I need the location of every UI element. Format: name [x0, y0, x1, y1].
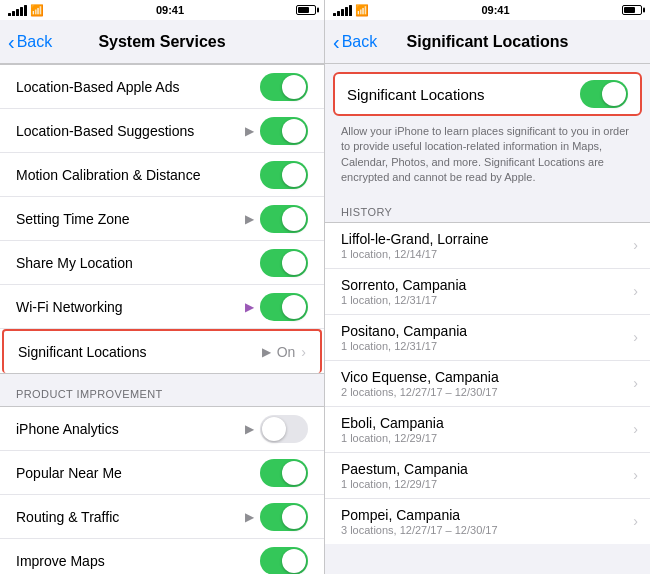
row-right-ads [260, 73, 308, 101]
history-row-3[interactable]: Vico Equense, Campania 2 locations, 12/2… [325, 361, 650, 407]
row-right-routing: ▶ [245, 503, 308, 531]
back-chevron-left: ‹ [8, 32, 15, 52]
history-detail-2: 1 location, 12/31/17 [341, 340, 634, 352]
back-chevron-right: ‹ [333, 32, 340, 52]
history-row-6[interactable]: Pompei, Campania 3 locations, 12/27/17 –… [325, 499, 650, 544]
row-label-wifi: Wi-Fi Networking [16, 299, 245, 315]
row-label-suggestions: Location-Based Suggestions [16, 123, 245, 139]
location-arrow-routing: ▶ [245, 510, 254, 524]
row-share-location[interactable]: Share My Location [0, 241, 324, 285]
row-improve-maps[interactable]: Improve Maps [0, 539, 324, 574]
toggle-improve[interactable] [260, 547, 308, 574]
status-right-left [296, 5, 316, 15]
location-arrow-analytics: ▶ [245, 422, 254, 436]
status-bar-right: 📶 09:41 [325, 0, 650, 20]
row-routing-traffic[interactable]: Routing & Traffic ▶ [0, 495, 324, 539]
row-label-popular: Popular Near Me [16, 465, 260, 481]
nav-title-right: Significant Locations [407, 33, 569, 51]
status-left-right: 📶 [333, 4, 369, 17]
wifi-icon: 📶 [30, 4, 44, 17]
location-arrow-wifi: ▶ [245, 300, 254, 314]
chevron-history-4: › [633, 421, 638, 437]
status-left: 📶 [8, 4, 44, 17]
row-right-timezone: ▶ [245, 205, 308, 233]
wifi-icon-right: 📶 [355, 4, 369, 17]
toggle-motion[interactable] [260, 161, 308, 189]
row-label-improve: Improve Maps [16, 553, 260, 569]
chevron-history-5: › [633, 467, 638, 483]
toggle-suggestions[interactable] [260, 117, 308, 145]
history-name-0: Liffol-le-Grand, Lorraine [341, 231, 634, 247]
toggle-ads[interactable] [260, 73, 308, 101]
chevron-history-0: › [633, 237, 638, 253]
row-right-share [260, 249, 308, 277]
row-significant-locations[interactable]: Significant Locations ▶ On › [2, 329, 322, 373]
history-name-5: Paestum, Campania [341, 461, 634, 477]
row-popular-near-me[interactable]: Popular Near Me [0, 451, 324, 495]
history-row-2[interactable]: Positano, Campania 1 location, 12/31/17 … [325, 315, 650, 361]
chevron-history-3: › [633, 375, 638, 391]
section-product-improvement: PRODUCT IMPROVEMENT [0, 374, 324, 406]
row-label-motion: Motion Calibration & Distance [16, 167, 260, 183]
row-right-popular [260, 459, 308, 487]
main-group-left: Location-Based Apple Ads Location-Based … [0, 64, 324, 374]
nav-bar-left: ‹ Back System Services [0, 20, 324, 64]
toggle-share[interactable] [260, 249, 308, 277]
history-detail-3: 2 locations, 12/27/17 – 12/30/17 [341, 386, 634, 398]
product-group: iPhone Analytics ▶ Popular Near Me Routi… [0, 406, 324, 574]
history-header: HISTORY [325, 196, 650, 222]
row-iphone-analytics[interactable]: iPhone Analytics ▶ [0, 407, 324, 451]
sig-toggle-row[interactable]: Significant Locations [333, 72, 642, 116]
toggle-routing[interactable] [260, 503, 308, 531]
history-detail-1: 1 location, 12/31/17 [341, 294, 634, 306]
toggle-timezone[interactable] [260, 205, 308, 233]
status-time-right: 09:41 [481, 4, 509, 16]
row-timezone[interactable]: Setting Time Zone ▶ [0, 197, 324, 241]
row-location-suggestions[interactable]: Location-Based Suggestions ▶ [0, 109, 324, 153]
row-wifi-networking[interactable]: Wi-Fi Networking ▶ [0, 285, 324, 329]
settings-list-left: Location-Based Apple Ads Location-Based … [0, 64, 324, 574]
back-label-left: Back [17, 33, 53, 51]
sig-description: Allow your iPhone to learn places signif… [325, 116, 650, 196]
history-detail-6: 3 locations, 12/27/17 – 12/30/17 [341, 524, 634, 536]
toggle-wifi[interactable] [260, 293, 308, 321]
row-right-motion [260, 161, 308, 189]
row-location-based-ads[interactable]: Location-Based Apple Ads [0, 65, 324, 109]
row-label-routing: Routing & Traffic [16, 509, 245, 525]
row-label-share: Share My Location [16, 255, 260, 271]
row-right-analytics: ▶ [245, 415, 308, 443]
row-label-sigloc: Significant Locations [18, 344, 262, 360]
history-name-4: Eboli, Campania [341, 415, 634, 431]
battery-icon-right [622, 5, 642, 15]
row-right-suggestions: ▶ [245, 117, 308, 145]
location-arrow-timezone: ▶ [245, 212, 254, 226]
nav-bar-right: ‹ Back Significant Locations [325, 20, 650, 64]
location-arrow-sigloc: ▶ [262, 345, 271, 359]
sig-toggle[interactable] [580, 80, 628, 108]
back-button-left[interactable]: ‹ Back [8, 32, 52, 52]
left-panel: 📶 09:41 ‹ Back System Services Location-… [0, 0, 325, 574]
chevron-history-6: › [633, 513, 638, 529]
signal-icon-right [333, 5, 352, 16]
sig-toggle-label: Significant Locations [347, 86, 580, 103]
back-button-right[interactable]: ‹ Back [333, 32, 377, 52]
status-bar-left: 📶 09:41 [0, 0, 324, 20]
history-row-4[interactable]: Eboli, Campania 1 location, 12/29/17 › [325, 407, 650, 453]
toggle-popular[interactable] [260, 459, 308, 487]
nav-title-left: System Services [98, 33, 225, 51]
row-label-analytics: iPhone Analytics [16, 421, 245, 437]
chevron-history-2: › [633, 329, 638, 345]
signal-icon [8, 5, 27, 16]
right-panel: 📶 09:41 ‹ Back Significant Locations Sig… [325, 0, 650, 574]
on-text-sigloc: On [277, 344, 296, 360]
toggle-analytics[interactable] [260, 415, 308, 443]
row-motion[interactable]: Motion Calibration & Distance [0, 153, 324, 197]
location-arrow-suggestions: ▶ [245, 124, 254, 138]
row-right-improve [260, 547, 308, 574]
history-row-5[interactable]: Paestum, Campania 1 location, 12/29/17 › [325, 453, 650, 499]
history-detail-5: 1 location, 12/29/17 [341, 478, 634, 490]
history-row-0[interactable]: Liffol-le-Grand, Lorraine 1 location, 12… [325, 223, 650, 269]
row-label-timezone: Setting Time Zone [16, 211, 245, 227]
back-label-right: Back [342, 33, 378, 51]
history-row-1[interactable]: Sorrento, Campania 1 location, 12/31/17 … [325, 269, 650, 315]
